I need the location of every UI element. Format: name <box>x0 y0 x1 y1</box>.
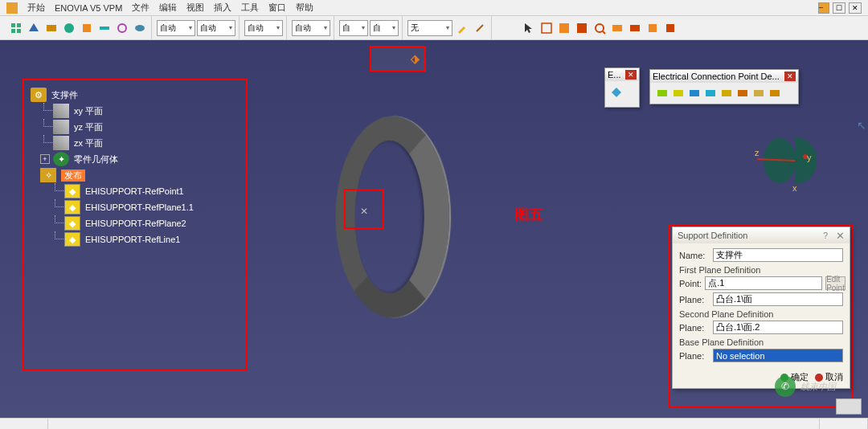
point-field[interactable] <box>705 276 822 290</box>
r4-icon[interactable] <box>592 20 608 36</box>
r1-icon[interactable] <box>538 20 555 36</box>
help-icon[interactable]: ? <box>823 231 828 240</box>
svg-rect-29 <box>770 90 780 96</box>
dialog-titlebar[interactable]: Support Definition ? ✕ <box>673 227 850 243</box>
panel-ec-title: Electrical Connection Point De... <box>653 72 780 81</box>
ec-3-icon[interactable] <box>687 86 702 100</box>
select-auto-4[interactable]: 自动 <box>292 20 330 36</box>
menu-window[interactable]: 窗口 <box>268 2 286 14</box>
svg-rect-12 <box>577 23 587 33</box>
panel-electrical[interactable]: Electrical Connection Point De...✕ <box>649 69 799 104</box>
ref-icon: ◆ <box>64 216 80 231</box>
e-tool-icon[interactable] <box>608 84 624 100</box>
menu-view[interactable]: 视图 <box>186 2 204 14</box>
tree-yz-plane[interactable]: yz 平面 <box>53 119 240 135</box>
plane2-label: Plane: <box>679 323 710 333</box>
origin-marker: ✕ <box>360 206 368 217</box>
wechat-icon: ✆ <box>775 376 796 397</box>
ec-7-icon[interactable] <box>751 86 766 100</box>
tool-6-icon[interactable] <box>96 20 113 36</box>
tree-zx-plane[interactable]: zx 平面 <box>53 135 240 151</box>
resize-grip[interactable] <box>836 398 862 415</box>
maximize-button[interactable]: ☐ <box>833 2 845 14</box>
plane1-field[interactable] <box>713 292 843 306</box>
base-plane-section: Base Plane Definition <box>679 337 843 347</box>
svg-rect-11 <box>559 23 569 33</box>
ec-1-icon[interactable] <box>655 86 669 100</box>
tool-4-icon[interactable] <box>61 20 77 36</box>
tool-2-icon[interactable] <box>26 20 42 36</box>
view-compass[interactable]: z y x <box>751 121 839 193</box>
tree-root[interactable]: ⚙ 支撑件 <box>31 87 240 103</box>
expand-icon[interactable]: + <box>40 154 50 164</box>
svg-rect-15 <box>612 25 622 31</box>
dropper-icon[interactable] <box>472 20 488 36</box>
tool-7-icon[interactable] <box>114 20 130 36</box>
tree-publish[interactable]: ✧发布 <box>40 167 240 183</box>
tool-8-icon[interactable] <box>132 20 148 36</box>
tree-xy-plane[interactable]: xy 平面 <box>53 103 240 119</box>
ec-4-icon[interactable] <box>703 86 718 100</box>
svg-point-9 <box>135 25 145 31</box>
close-button[interactable]: ✕ <box>849 2 862 14</box>
paint-icon[interactable] <box>454 20 470 36</box>
window-controls: – ☐ ✕ <box>818 2 862 14</box>
ec-2-icon[interactable] <box>671 86 686 100</box>
select-auto-3[interactable]: 自动 <box>244 20 283 36</box>
publish-icon: ✧ <box>40 168 56 182</box>
svg-rect-7 <box>100 27 109 30</box>
tree-body[interactable]: +✦零件几何体 <box>40 151 240 167</box>
r7-icon[interactable] <box>645 20 661 36</box>
plane2-field[interactable] <box>713 321 843 334</box>
select-auto-1[interactable]: 自动 <box>157 20 195 36</box>
tool-1-icon[interactable] <box>8 20 24 36</box>
menu-edit[interactable]: 编辑 <box>159 2 177 14</box>
close-icon[interactable]: ✕ <box>836 230 845 242</box>
close-icon[interactable]: ✕ <box>625 70 637 80</box>
support-definition-dialog[interactable]: Support Definition ? ✕ Name: First Plane… <box>672 227 850 389</box>
ref-icon: ◆ <box>64 232 80 247</box>
select-auto-6[interactable]: 自 <box>370 20 399 36</box>
plane3-field[interactable] <box>713 349 843 362</box>
plane-icon <box>53 136 69 150</box>
r2-icon[interactable] <box>556 20 572 36</box>
select-auto-2[interactable]: 自动 <box>197 20 235 36</box>
menu-tools[interactable]: 工具 <box>241 2 259 14</box>
ec-6-icon[interactable] <box>735 86 750 100</box>
select-auto-5[interactable]: 自 <box>339 20 368 36</box>
tree-pub-2[interactable]: ◆EHISUPPORT-RefPlane2 <box>64 215 240 231</box>
menu-help[interactable]: 帮助 <box>296 2 313 14</box>
tool-3-icon[interactable] <box>43 20 59 36</box>
point-label: Point: <box>679 279 702 288</box>
panel-e[interactable]: E...✕ <box>604 67 640 108</box>
close-icon[interactable]: ✕ <box>784 72 796 81</box>
svg-line-14 <box>603 31 605 34</box>
body-icon: ✦ <box>53 152 69 166</box>
menu-vpm[interactable]: ENOVIA V5 VPM <box>55 3 122 13</box>
menu-file[interactable]: 文件 <box>132 2 149 14</box>
first-plane-section: First Plane Definition <box>679 265 843 275</box>
select-none[interactable]: 无 <box>407 20 452 36</box>
annotation-tree-box: ⚙ 支撑件 xy 平面 yz 平面 zx 平面 +✦零件几何体 ✧发布 ◆EHI… <box>23 79 248 370</box>
tool-5-icon[interactable] <box>79 20 95 36</box>
r5-icon[interactable] <box>609 20 625 36</box>
r6-icon[interactable] <box>627 20 643 36</box>
name-field[interactable] <box>713 248 843 262</box>
edit-point-button[interactable]: Edit Point <box>825 276 845 290</box>
menu-insert[interactable]: 插入 <box>214 2 231 14</box>
svg-point-8 <box>118 24 126 32</box>
part-icon: ⚙ <box>31 88 47 102</box>
tree-pub-0[interactable]: ◆EHISUPPORT-RefPoint1 <box>64 183 240 199</box>
annotation-top-box: ⬗ <box>370 46 426 72</box>
ec-8-icon[interactable] <box>768 86 782 100</box>
tree-pub-3[interactable]: ◆EHISUPPORT-RefLine1 <box>64 231 240 247</box>
cursor-icon[interactable] <box>521 20 537 36</box>
tree-pub-1[interactable]: ◆EHISUPPORT-RefPlane1.1 <box>64 199 240 215</box>
menu-start[interactable]: 开始 <box>27 2 45 14</box>
r3-icon[interactable] <box>574 20 590 36</box>
minimize-button[interactable]: – <box>818 2 829 14</box>
r8-icon[interactable] <box>662 20 678 36</box>
svg-rect-28 <box>754 90 764 96</box>
svg-rect-22 <box>657 90 667 96</box>
ec-5-icon[interactable] <box>719 86 734 100</box>
